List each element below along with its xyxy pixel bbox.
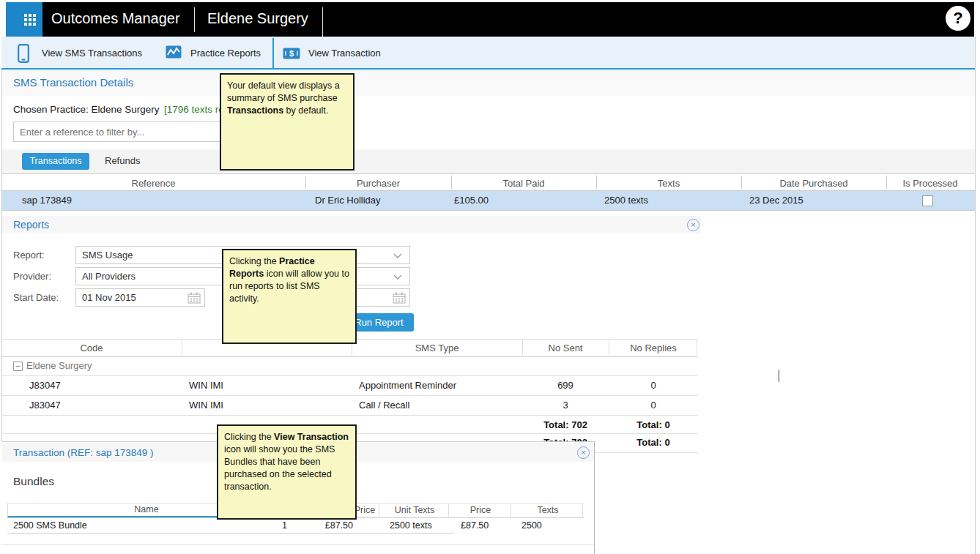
column-header-sms-type[interactable]: SMS Type <box>352 342 522 353</box>
provider-label: Provider: <box>13 271 51 282</box>
is-processed-checkbox[interactable] <box>922 195 933 206</box>
chosen-practice-label: Chosen Practice: Eldene Surgery <box>13 104 160 115</box>
column-header-texts[interactable]: Texts <box>513 505 582 515</box>
cell-provider: WIN IMI <box>189 380 223 391</box>
cell-bundle-name: 2500 SMS Bundle <box>13 520 87 531</box>
cell-quantity: 1 <box>243 520 287 531</box>
sms-panel-header-strip <box>2 70 975 96</box>
cell-sms-type: Call / Recall <box>359 400 409 411</box>
column-header-no-sent[interactable]: No Sent <box>522 342 609 353</box>
tab-view-sms-transactions[interactable]: View SMS Transactions <box>18 42 157 64</box>
column-header-is-processed[interactable]: Is Processed <box>886 178 974 189</box>
cell-sms-type: Appointment Reminder <box>359 380 456 391</box>
cell-unit-texts: 2500 texts <box>390 520 432 531</box>
cell-price: £87.50 <box>461 520 489 531</box>
tab-transactions[interactable]: Transactions <box>22 153 89 170</box>
transaction-panel-title: Transaction (REF: sap 173849 ) <box>13 447 154 458</box>
app-title: Outcomes Manager <box>51 10 180 27</box>
report-row[interactable]: J83047 WIN IMI Appointment Reminder 699 … <box>2 376 698 395</box>
note-text: icon will show you the SMS Bundles that … <box>224 444 335 492</box>
cell-texts: 2500 <box>521 520 542 531</box>
start-date-label: Start Date: <box>13 292 59 303</box>
column-header-no-replies[interactable]: No Replies <box>609 342 698 353</box>
column-header-code[interactable]: Code <box>1 342 182 353</box>
cell-reference: sap 173849 <box>22 195 72 206</box>
content-right-border <box>975 37 976 554</box>
note-text: Clicking the <box>229 256 279 266</box>
grid-menu-icon <box>24 14 37 26</box>
annotation-note-default-view: Your default view displays a summary of … <box>220 73 354 171</box>
tab-label: Practice Reports <box>190 48 261 59</box>
application-window: Outcomes Manager Eldene Surgery ? View S… <box>0 0 980 554</box>
column-header-texts[interactable]: Texts <box>596 178 741 189</box>
app-header-bar: Outcomes Manager Eldene Surgery ? <box>6 2 974 37</box>
text-cursor-artifact <box>779 370 779 382</box>
tab-refunds[interactable]: Refunds <box>105 155 140 166</box>
close-reports-icon[interactable]: × <box>687 219 699 231</box>
transaction-table-row[interactable]: sap 173849 Dr Eric Holliday £105.00 2500… <box>2 191 975 210</box>
cell-total-paid: £105.00 <box>454 195 489 206</box>
tab-view-transaction[interactable]: $ View Transaction <box>283 42 385 64</box>
column-header-reference[interactable]: Reference <box>1 178 305 189</box>
toolbar: View SMS Transactions Practice Reports $… <box>1 37 975 70</box>
tab-label: View Transaction <box>308 48 381 59</box>
report-row[interactable]: J83047 WIN IMI Call / Recall 3 0 <box>2 396 698 415</box>
total-no-replies: Total: 0 <box>609 419 698 430</box>
practice-name-title: Eldene Surgery <box>207 10 308 27</box>
column-header-price-2[interactable]: Price <box>450 505 511 515</box>
toolbar-divider <box>272 38 274 68</box>
reports-panel-title: Reports <box>13 219 49 231</box>
note-text: by default. <box>283 105 328 116</box>
total-no-sent: Total: 702 <box>522 419 609 430</box>
tab-practice-reports[interactable]: Practice Reports <box>166 42 264 64</box>
report-select-value: SMS Usage <box>82 250 133 261</box>
phone-icon <box>18 44 29 63</box>
note-text: Your default view displays a summary of … <box>227 81 340 103</box>
column-header-unit-texts[interactable]: Unit Texts <box>381 505 448 515</box>
sms-panel-title: SMS Transaction Details <box>13 76 133 89</box>
note-text: Clicking the <box>224 432 274 442</box>
collapse-group-icon[interactable]: − <box>13 362 23 371</box>
report-label: Report: <box>13 250 45 261</box>
chart-icon <box>166 45 182 59</box>
cell-no-sent: 3 <box>522 400 609 411</box>
column-header-purchaser[interactable]: Purchaser <box>305 178 451 189</box>
calendar-icon[interactable] <box>188 292 201 304</box>
column-header-date-purchased[interactable]: Date Purchased <box>741 178 886 189</box>
provider-select-value: All Providers <box>82 271 136 282</box>
svg-text:$: $ <box>289 49 294 58</box>
cell-unit-price: £87.50 <box>302 520 353 531</box>
cell-purchaser: Dr Eric Holliday <box>315 195 381 206</box>
app-launcher-tile[interactable] <box>6 2 42 37</box>
cell-no-sent: 699 <box>522 380 609 391</box>
cell-date-purchased: 23 Dec 2015 <box>749 195 803 206</box>
column-header-total-paid[interactable]: Total Paid <box>451 178 596 189</box>
header-divider <box>194 7 195 32</box>
note-text-bold: View Transaction <box>274 432 349 442</box>
bundle-row[interactable]: 2500 SMS Bundle 1 £87.50 2500 texts £87.… <box>2 518 593 533</box>
annotation-note-view-transaction: Clicking the View Transaction icon will … <box>217 424 357 520</box>
cell-code: J83047 <box>29 400 61 411</box>
calendar-icon[interactable] <box>393 292 406 304</box>
header-divider <box>322 7 323 37</box>
chevron-down-icon <box>393 253 402 258</box>
sms-tabs-strip: Transactions Refunds <box>2 149 975 173</box>
close-transaction-icon[interactable]: × <box>577 446 590 459</box>
cell-code: J83047 <box>29 380 61 391</box>
cell-no-replies: 0 <box>609 400 698 411</box>
texts-remaining-label: [1796 texts re <box>164 104 224 115</box>
report-group-row[interactable]: − Eldene Surgery <box>2 357 698 375</box>
start-date-input[interactable]: 01 Nov 2015 <box>75 288 205 307</box>
cell-no-replies: 0 <box>609 380 698 391</box>
annotation-note-practice-reports: Clicking the Practice Reports icon will … <box>222 249 357 344</box>
help-button[interactable]: ? <box>946 6 970 31</box>
note-text-bold: Transactions <box>227 105 283 116</box>
banknote-icon: $ <box>283 48 300 59</box>
group-label: Eldene Surgery <box>26 360 92 371</box>
cell-provider: WIN IMI <box>189 400 223 411</box>
grand-total-no-replies: Total: 0 <box>609 437 698 448</box>
cell-texts: 2500 texts <box>604 195 648 206</box>
tab-label: View SMS Transactions <box>42 48 142 59</box>
start-date-value: 01 Nov 2015 <box>82 292 136 303</box>
chevron-down-icon <box>393 274 402 280</box>
